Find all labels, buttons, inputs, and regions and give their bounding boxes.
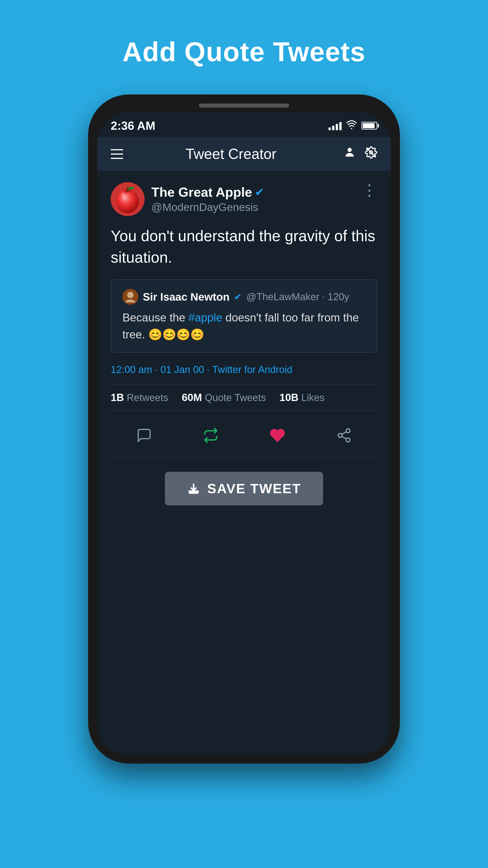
quote-avatar xyxy=(123,289,138,305)
retweet-button[interactable] xyxy=(199,424,222,447)
settings-slash-icon[interactable] xyxy=(365,146,377,162)
apple-avatar-image xyxy=(113,183,142,215)
quote-tweet-header: Sir Isaac Newton ✔ @TheLawMaker · 120y xyxy=(123,289,365,305)
tweet-stats: 1B Retweets 60M Quote Tweets 10B Likes xyxy=(111,384,377,410)
svg-point-4 xyxy=(116,190,139,213)
phone-notch xyxy=(199,103,289,107)
avatar xyxy=(111,182,144,216)
wifi-icon xyxy=(346,120,357,131)
svg-line-3 xyxy=(366,148,376,157)
quote-tweet-text: Because the #apple doesn't fall too far … xyxy=(123,309,365,343)
app-bar-icons xyxy=(344,146,377,162)
svg-point-11 xyxy=(338,434,342,438)
save-tweet-label: SAVE TWEET xyxy=(207,481,301,496)
twitter-source-link[interactable]: Twitter for Android xyxy=(212,364,292,375)
status-time: 2:36 AM xyxy=(111,119,155,132)
signal-icon xyxy=(328,121,341,130)
svg-line-13 xyxy=(342,436,346,439)
svg-point-10 xyxy=(346,429,350,433)
battery-icon xyxy=(361,122,377,129)
more-options-button[interactable]: ⋮ xyxy=(361,182,377,198)
svg-line-14 xyxy=(342,432,346,434)
tweet-timestamp: 12:00 am · 01 Jan 00 · Twitter for Andro… xyxy=(111,364,377,375)
quote-tweet-box: Sir Isaac Newton ✔ @TheLawMaker · 120y B… xyxy=(111,279,377,352)
quote-tweet-stat: 60M Quote Tweets xyxy=(182,391,266,403)
comment-button[interactable] xyxy=(133,424,156,447)
profile-icon[interactable] xyxy=(344,146,356,162)
tweet-text: You don't understand the gravity of this… xyxy=(111,225,377,268)
tweet-header: The Great Apple ✔ @ModernDayGenesis ⋮ xyxy=(111,182,377,216)
tweet-user-info: The Great Apple ✔ @ModernDayGenesis xyxy=(151,182,355,213)
phone-mockup: 2:36 AM xyxy=(88,94,400,764)
quote-username: Sir Isaac Newton xyxy=(143,291,230,303)
retweet-stat: 1B Retweets xyxy=(111,391,168,403)
tweet-name-row: The Great Apple ✔ xyxy=(151,184,355,199)
save-tweet-button[interactable]: SAVE TWEET xyxy=(165,472,323,505)
status-icons xyxy=(328,120,377,131)
tweet-username: The Great Apple xyxy=(151,184,252,199)
quote-handle: @TheLawMaker · 120y xyxy=(246,291,349,303)
tweet-actions xyxy=(111,417,377,458)
app-title: Tweet Creator xyxy=(132,146,330,162)
page-title: Add Quote Tweets xyxy=(123,36,366,67)
download-icon xyxy=(187,482,200,495)
svg-point-1 xyxy=(348,148,352,152)
svg-point-9 xyxy=(127,292,133,298)
status-bar: 2:36 AM xyxy=(97,112,391,137)
phone-screen: 2:36 AM xyxy=(97,112,391,754)
quote-user-avatar-image xyxy=(124,290,137,304)
share-button[interactable] xyxy=(333,424,355,447)
like-button[interactable] xyxy=(266,424,289,447)
quote-verified-badge: ✔ xyxy=(234,291,242,302)
menu-icon[interactable] xyxy=(111,149,123,159)
verified-badge: ✔ xyxy=(255,186,264,199)
tweet-content: The Great Apple ✔ @ModernDayGenesis ⋮ Yo… xyxy=(97,171,391,754)
likes-stat: 10B Likes xyxy=(280,391,324,403)
hashtag-link[interactable]: #apple xyxy=(188,311,222,324)
svg-point-12 xyxy=(346,438,350,442)
svg-point-0 xyxy=(351,128,352,129)
app-bar: Tweet Creator xyxy=(97,137,391,171)
tweet-handle: @ModernDayGenesis xyxy=(151,201,355,213)
